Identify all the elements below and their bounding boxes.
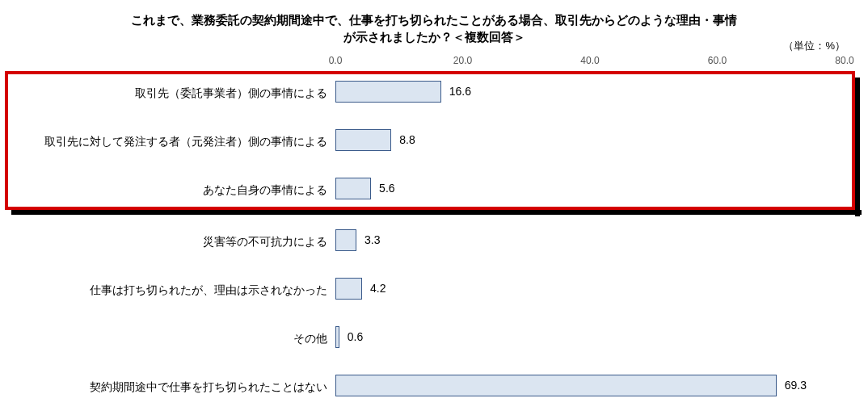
chart-row: 契約期間途中で仕事を打ち切られたことはない69.3 (0, 375, 868, 399)
bar (335, 178, 371, 199)
chart-row: 仕事は打ち切られたが、理由は示されなかった4.2 (0, 278, 868, 302)
bar (335, 129, 391, 151)
category-label: 契約期間途中で仕事を打ち切られたことはない (0, 375, 327, 399)
value-label: 0.6 (348, 326, 363, 348)
axis-tick: 40.0 (580, 55, 599, 66)
value-label: 5.6 (379, 178, 394, 199)
chart-title: これまで、業務委託の契約期間途中で、仕事を打ち切られたことがある場合、取引先から… (0, 0, 868, 45)
value-label: 4.2 (370, 278, 386, 300)
chart-row: その他0.6 (0, 326, 868, 350)
category-label: あなた自身の事情による (0, 178, 327, 202)
value-label: 16.6 (449, 81, 471, 103)
category-label: 災害等の不可抗力による (0, 229, 327, 254)
bar (335, 278, 362, 300)
chart-row: 災害等の不可抗力による3.3 (0, 229, 868, 254)
bar (335, 326, 339, 348)
unit-label: （単位：%） (783, 39, 845, 53)
bar (335, 81, 441, 103)
title-line-1: これまで、業務委託の契約期間途中で、仕事を打ち切られたことがある場合、取引先から… (131, 13, 737, 27)
chart-row: 取引先（委託事業者）側の事情による16.6 (0, 81, 868, 105)
value-label: 8.8 (399, 129, 415, 151)
title-line-2: が示されましたか？＜複数回答＞ (343, 30, 525, 44)
shadow-bottom (11, 210, 862, 215)
chart-row: 取引先に対して発注する者（元発注者）側の事情による8.8 (0, 129, 868, 153)
value-label: 3.3 (364, 229, 380, 251)
bar (335, 375, 777, 396)
category-label: 取引先（委託事業者）側の事情による (0, 81, 327, 105)
axis-tick: 20.0 (453, 55, 472, 66)
bar (335, 229, 356, 251)
axis-tick: 60.0 (708, 55, 727, 66)
axis-tick: 0.0 (329, 55, 343, 66)
bar-chart: 0.020.040.060.080.0 取引先（委託事業者）側の事情による16.… (0, 55, 868, 415)
axis-tick: 80.0 (835, 55, 853, 66)
chart-row: あなた自身の事情による5.6 (0, 178, 868, 202)
category-label: 仕事は打ち切られたが、理由は示されなかった (0, 278, 327, 302)
shadow-right (855, 78, 860, 216)
value-label: 69.3 (785, 375, 807, 396)
category-label: その他 (0, 326, 327, 350)
category-label: 取引先に対して発注する者（元発注者）側の事情による (0, 129, 327, 153)
